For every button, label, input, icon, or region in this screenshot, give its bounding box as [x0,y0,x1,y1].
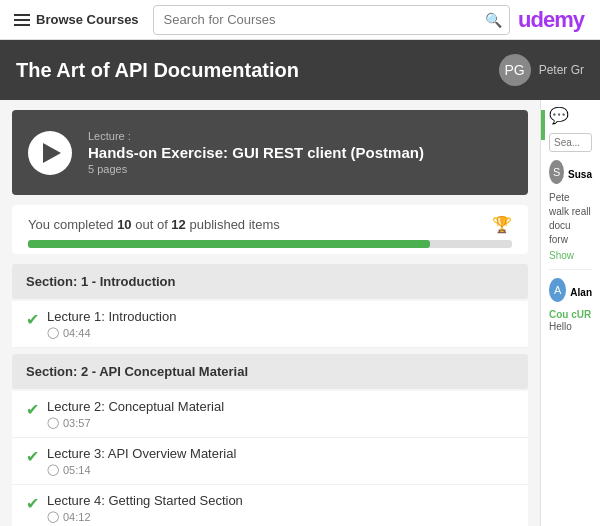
progress-section: You completed 10 out of 12 published ite… [12,205,528,254]
lecture-hero: Lecture : Hands-on Exercise: GUI REST cl… [12,110,528,195]
clock-icon: ◯ [47,416,59,429]
reviewer1-text: Pete walk reall docu forw [549,191,592,247]
trophy-icon: 🏆 [492,215,512,234]
table-row[interactable]: ✔ Lecture 1: Introduction ◯ 04:44 [12,301,528,348]
search-bar: 🔍 [153,5,510,35]
lecture-item-title: Lecture 3: API Overview Material [47,446,236,461]
progress-total: 12 [171,217,185,232]
lecture-item-duration: ◯ 05:14 [47,463,236,476]
clock-icon: ◯ [47,510,59,523]
instructor-info: PG Peter Gr [499,54,584,86]
reviewer2-text: Hello [549,320,592,334]
right-panel-tab [541,110,545,140]
right-panel: 💬 S Susa Pete walk reall docu forw Show [540,100,600,526]
table-row[interactable]: ✔ Lecture 3: API Overview Material ◯ 05:… [12,438,528,485]
progress-text: You completed 10 out of 12 published ite… [28,215,512,234]
progress-label: You completed 10 out of 12 published ite… [28,217,280,232]
search-input[interactable] [153,5,510,35]
lecture-item-info: Lecture 2: Conceptual Material ◯ 03:57 [47,399,224,429]
section-1-header: Section: 1 - Introduction [12,264,528,299]
check-icon: ✔ [26,400,39,419]
hamburger-icon [14,14,30,26]
play-icon [43,143,61,163]
clock-icon: ◯ [47,326,59,339]
table-row[interactable]: ✔ Lecture 4: Getting Started Section ◯ 0… [12,485,528,526]
progress-bar-fill [28,240,430,248]
table-row[interactable]: ✔ Lecture 2: Conceptual Material ◯ 03:57 [12,391,528,438]
avatar: PG [499,54,531,86]
section-2-header: Section: 2 - API Conceptual Material [12,354,528,389]
header: Browse Courses 🔍 udemy [0,0,600,40]
right-search-input[interactable] [549,133,592,152]
lecture-info: Lecture : Hands-on Exercise: GUI REST cl… [88,130,424,175]
progress-completed: 10 [117,217,131,232]
comment-icon: 💬 [549,106,592,125]
course-title-bar: The Art of API Documentation PG Peter Gr [0,40,600,100]
review-2: A Alan Cou cUR Hello [549,278,592,334]
browse-courses-button[interactable]: Browse Courses [8,12,145,27]
lecture-item-title: Lecture 2: Conceptual Material [47,399,224,414]
avatar-initials: PG [505,62,525,78]
right-search [549,133,592,152]
left-panel: Lecture : Hands-on Exercise: GUI REST cl… [0,100,540,526]
divider [549,269,592,270]
main-content: Lecture : Hands-on Exercise: GUI REST cl… [0,100,600,526]
lecture-item-duration: ◯ 03:57 [47,416,224,429]
lecture-item-info: Lecture 4: Getting Started Section ◯ 04:… [47,493,243,523]
lecture-title: Hands-on Exercise: GUI REST client (Post… [88,144,424,161]
lecture-item-title: Lecture 1: Introduction [47,309,176,324]
progress-bar-background [28,240,512,248]
review2-title: Cou cUR [549,309,592,320]
udemy-logo: udemy [518,7,592,33]
reviewer2-name: Alan [570,287,592,298]
reviewer2-avatar: A [549,278,566,302]
play-button[interactable] [28,131,72,175]
check-icon: ✔ [26,447,39,466]
instructor-name: Peter Gr [539,63,584,77]
clock-icon: ◯ [47,463,59,476]
reviewer1-avatar: S [549,160,564,184]
lecture-item-info: Lecture 3: API Overview Material ◯ 05:14 [47,446,236,476]
lecture-label: Lecture : [88,130,424,142]
show-more-button[interactable]: Show [549,250,592,261]
check-icon: ✔ [26,310,39,329]
search-icon[interactable]: 🔍 [485,12,502,28]
lecture-item-info: Lecture 1: Introduction ◯ 04:44 [47,309,176,339]
sections: Section: 1 - Introduction ✔ Lecture 1: I… [0,260,540,526]
lecture-item-title: Lecture 4: Getting Started Section [47,493,243,508]
reviewer1-name: Susa [568,169,592,180]
browse-courses-label: Browse Courses [36,12,139,27]
review-1: S Susa Pete walk reall docu forw Show [549,160,592,261]
right-panel-content: 💬 S Susa Pete walk reall docu forw Show [541,100,600,340]
check-icon: ✔ [26,494,39,513]
course-title: The Art of API Documentation [16,59,299,82]
lecture-item-duration: ◯ 04:12 [47,510,243,523]
lecture-pages: 5 pages [88,163,424,175]
lecture-item-duration: ◯ 04:44 [47,326,176,339]
